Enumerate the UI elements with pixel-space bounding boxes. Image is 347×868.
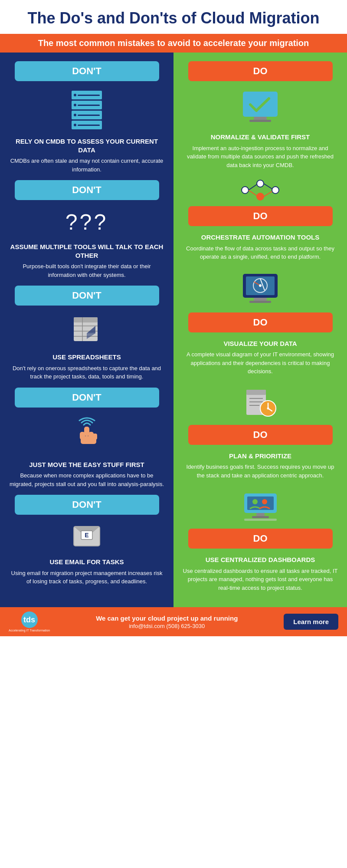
do-badge-4: DO [188, 425, 333, 445]
do-badge-2: DO [188, 206, 333, 226]
svg-rect-18 [254, 117, 267, 120]
left-section-title-5: USE EMAIL FOR TASKS [49, 558, 124, 566]
questions-icon: ??? [65, 210, 108, 235]
svg-rect-37 [246, 390, 266, 395]
dont-badge-2: DON'T [15, 180, 159, 200]
right-section-desc-2: Coordinate the flow of data across tasks… [180, 244, 340, 261]
svg-rect-35 [249, 301, 271, 303]
header-title-area: The Do's and Don'ts of Cloud Migration [0, 0, 347, 34]
svg-line-26 [264, 184, 272, 189]
svg-line-25 [249, 190, 257, 196]
svg-point-33 [259, 284, 262, 287]
footer-contact: info@tdsi.com (508) 625-3030 [50, 623, 284, 629]
do-badge-1: DO [188, 61, 333, 81]
dashboard-icon [242, 491, 279, 523]
svg-point-48 [262, 499, 267, 504]
logo-text: tds [23, 615, 35, 625]
clock-doc-icon [244, 388, 277, 420]
network-diagram [241, 179, 280, 203]
monitor-data-icon [241, 273, 280, 307]
page-header: The Do's and Don'ts of Cloud Migration T… [0, 0, 347, 53]
dont-badge-5: DON'T [15, 495, 159, 515]
left-section-title-4: JUST MOVE THE EASY STUFF FIRST [29, 460, 144, 469]
left-section-title-1: RELY ON CMDB TO ASSESS YOUR CURRENT DATA [7, 137, 167, 154]
svg-rect-34 [254, 298, 267, 301]
footer-center: We can get your cloud project up and run… [50, 615, 284, 629]
svg-point-23 [272, 187, 279, 194]
svg-rect-51 [244, 519, 277, 521]
page-title: The Do's and Don'ts of Cloud Migration [13, 9, 334, 27]
svg-rect-17 [243, 92, 278, 117]
left-section-desc-1: CMDBs are often stale and may not contai… [7, 157, 167, 174]
svg-line-27 [264, 191, 272, 197]
svg-rect-19 [249, 120, 271, 122]
main-content: DON'T RELY ON CMDB TO ASSESS YOUR CURREN… [0, 53, 347, 607]
svg-line-24 [249, 184, 257, 190]
learn-more-button[interactable]: Learn more [284, 614, 338, 630]
logo-sub: Accelerating IT Transformation [9, 629, 50, 632]
right-section-desc-1: Implement an auto-ingestion process to n… [180, 144, 340, 170]
right-section-title-4: PLAN & PRIORITIZE [229, 452, 291, 460]
svg-rect-50 [252, 516, 269, 518]
dont-badge-4: DON'T [15, 388, 159, 408]
svg-point-47 [252, 499, 258, 504]
footer: tds Accelerating IT Transformation We ca… [0, 607, 347, 636]
right-section-title-5: USE CENTRALIZED DASHBOARDS [206, 556, 315, 564]
subtitle-bar: The most common mistakes to avoid to acc… [0, 34, 347, 53]
left-section-desc-2: Purpose-built tools don't integrate thei… [7, 262, 167, 279]
right-section-title-3: VISUALIZE YOUR DATA [223, 339, 297, 348]
right-section-desc-5: Use centralized dashboards to ensure all… [180, 567, 340, 592]
spreadsheet-icon [72, 315, 102, 345]
svg-point-21 [257, 180, 264, 187]
logo-circle: tds [21, 612, 38, 628]
svg-rect-1 [74, 317, 98, 322]
left-column: DON'T RELY ON CMDB TO ASSESS YOUR CURREN… [0, 53, 174, 607]
svg-text:E: E [85, 532, 88, 539]
dont-badge-1: DON'T [15, 61, 159, 81]
svg-rect-49 [256, 513, 265, 516]
footer-logo: tds Accelerating IT Transformation [9, 612, 50, 632]
dont-badge-3: DON'T [15, 286, 159, 306]
left-section-title-3: USE SPREADSHEETS [52, 353, 121, 362]
svg-point-20 [242, 187, 249, 194]
server-icon [72, 91, 102, 129]
right-section-title-2: ORCHESTRATE AUTOMATION TOOLS [201, 233, 320, 242]
right-section-title-1: NORMALIZE & VALIDATE FIRST [211, 133, 310, 141]
left-section-title-2: ASSUME MULTIPLE TOOLS WILL TALK TO EACH … [7, 243, 167, 260]
svg-point-44 [267, 407, 269, 409]
email-icon: E [72, 524, 102, 550]
do-badge-5: DO [188, 529, 333, 549]
right-column: DO NORMALIZE & VALIDATE FIRST Implement … [174, 53, 347, 607]
left-section-desc-4: Because when more complex applications h… [7, 471, 167, 488]
hand-icon [73, 417, 101, 453]
right-section-desc-4: Identify business goals first. Success r… [180, 463, 340, 480]
svg-point-22 [257, 193, 264, 200]
right-section-desc-3: A complete visual diagram of your IT env… [180, 350, 340, 376]
checkmark-monitor-icon [241, 91, 280, 125]
left-section-desc-5: Using email for migration project manage… [7, 569, 167, 586]
left-section-desc-3: Don't rely on onerous spreadsheets to ca… [7, 364, 167, 381]
footer-main-text: We can get your cloud project up and run… [50, 615, 284, 622]
svg-rect-12 [81, 436, 96, 444]
do-badge-3: DO [188, 312, 333, 332]
